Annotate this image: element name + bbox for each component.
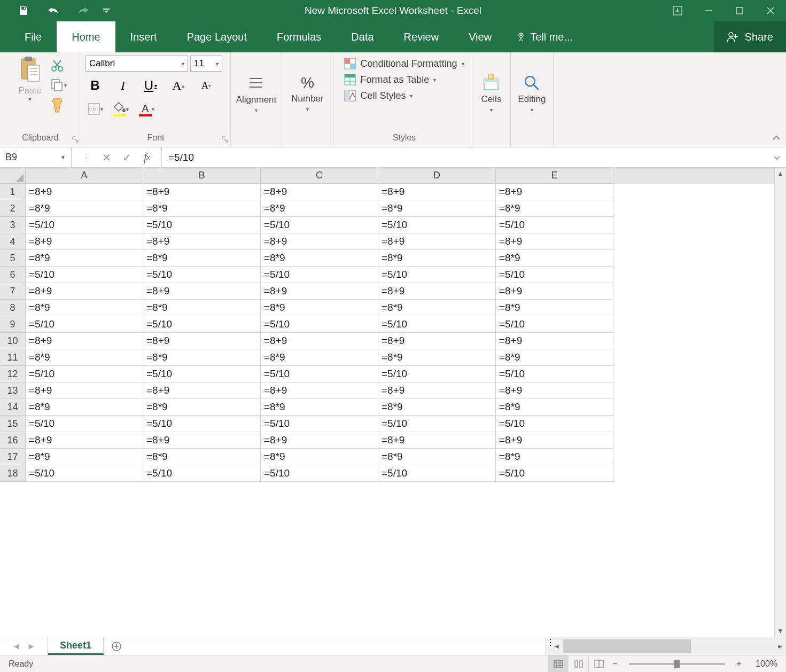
cell-C2[interactable]: =8*9 bbox=[261, 200, 378, 217]
cell-C14[interactable]: =8*9 bbox=[261, 399, 378, 416]
tab-tell-me[interactable]: Tell me... bbox=[507, 21, 582, 52]
cell-E6[interactable]: =5/10 bbox=[496, 267, 613, 283]
save-button[interactable] bbox=[9, 0, 38, 21]
row-header-9[interactable]: 9 bbox=[0, 316, 26, 333]
cell-E3[interactable]: =5/10 bbox=[496, 217, 613, 233]
cell-C15[interactable]: =5/10 bbox=[261, 416, 378, 432]
row-header-10[interactable]: 10 bbox=[0, 333, 26, 349]
cell-D12[interactable]: =5/10 bbox=[378, 366, 496, 382]
cell-E10[interactable]: =8+9 bbox=[496, 333, 613, 349]
cell-D18[interactable]: =5/10 bbox=[378, 465, 496, 482]
cell-E16[interactable]: =8+9 bbox=[496, 432, 613, 449]
cell-C8[interactable]: =8*9 bbox=[261, 300, 378, 316]
cell-C1[interactable]: =8+9 bbox=[261, 184, 378, 200]
row-header-15[interactable]: 15 bbox=[0, 416, 26, 432]
cell-D3[interactable]: =5/10 bbox=[378, 217, 496, 233]
grow-font-button[interactable]: A▴ bbox=[169, 76, 188, 95]
tab-file[interactable]: File bbox=[10, 21, 57, 52]
cell-B12[interactable]: =5/10 bbox=[143, 366, 261, 382]
cell-B11[interactable]: =8*9 bbox=[143, 349, 261, 366]
undo-button[interactable] bbox=[38, 0, 68, 21]
tab-review[interactable]: Review bbox=[389, 21, 454, 52]
redo-button[interactable] bbox=[68, 0, 98, 21]
cell-B2[interactable]: =8*9 bbox=[143, 200, 261, 217]
cell-B3[interactable]: =5/10 bbox=[143, 217, 261, 233]
select-all-button[interactable] bbox=[0, 168, 26, 184]
font-color-button[interactable]: A▾ bbox=[137, 99, 156, 119]
cell-A8[interactable]: =8*9 bbox=[26, 300, 143, 316]
row-header-13[interactable]: 13 bbox=[0, 382, 26, 399]
cell-A5[interactable]: =8*9 bbox=[26, 250, 143, 267]
cell-B4[interactable]: =8+9 bbox=[143, 233, 261, 250]
enter-formula-button[interactable]: ✓ bbox=[116, 147, 137, 167]
cell-B15[interactable]: =5/10 bbox=[143, 416, 261, 432]
vertical-scrollbar[interactable]: ▲ ▼ bbox=[774, 168, 786, 637]
cell-D13[interactable]: =8+9 bbox=[378, 382, 496, 399]
cell-D8[interactable]: =8*9 bbox=[378, 300, 496, 316]
zoom-out-button[interactable]: − bbox=[609, 659, 621, 669]
cell-A10[interactable]: =8+9 bbox=[26, 333, 143, 349]
conditional-formatting-button[interactable]: Conditional Formatting ▾ bbox=[344, 58, 464, 69]
cell-A3[interactable]: =5/10 bbox=[26, 217, 143, 233]
shrink-font-button[interactable]: A▾ bbox=[197, 76, 216, 95]
cell-B9[interactable]: =5/10 bbox=[143, 316, 261, 333]
paste-button[interactable]: Paste ▼ bbox=[13, 56, 47, 102]
cell-D14[interactable]: =8*9 bbox=[378, 399, 496, 416]
row-header-8[interactable]: 8 bbox=[0, 300, 26, 316]
sheet-tab-nav[interactable]: ◄ ► bbox=[0, 637, 48, 655]
zoom-thumb[interactable] bbox=[674, 660, 680, 668]
cell-C3[interactable]: =5/10 bbox=[261, 217, 378, 233]
collapse-ribbon-button[interactable] bbox=[767, 52, 786, 147]
close-button[interactable] bbox=[755, 0, 786, 21]
cell-E1[interactable]: =8+9 bbox=[496, 184, 613, 200]
cell-B8[interactable]: =8*9 bbox=[143, 300, 261, 316]
cell-E4[interactable]: =8+9 bbox=[496, 233, 613, 250]
hscroll-thumb[interactable] bbox=[563, 639, 691, 653]
cell-D15[interactable]: =5/10 bbox=[378, 416, 496, 432]
grid-body[interactable]: 1=8+9=8+9=8+9=8+9=8+92=8*9=8*9=8*9=8*9=8… bbox=[0, 184, 774, 482]
cell-A1[interactable]: =8+9 bbox=[26, 184, 143, 200]
zoom-in-button[interactable]: + bbox=[733, 659, 745, 669]
cell-E18[interactable]: =5/10 bbox=[496, 465, 613, 482]
maximize-button[interactable] bbox=[724, 0, 755, 21]
cell-A2[interactable]: =8*9 bbox=[26, 200, 143, 217]
cell-B14[interactable]: =8*9 bbox=[143, 399, 261, 416]
scroll-left-button[interactable]: ◄ bbox=[551, 637, 563, 655]
cell-C10[interactable]: =8+9 bbox=[261, 333, 378, 349]
cut-button[interactable] bbox=[49, 58, 68, 74]
cell-D2[interactable]: =8*9 bbox=[378, 200, 496, 217]
underline-button[interactable]: U▾ bbox=[141, 76, 160, 95]
tab-data[interactable]: Data bbox=[336, 21, 388, 52]
customize-qat-button[interactable] bbox=[98, 0, 114, 21]
share-button[interactable]: Share bbox=[714, 21, 786, 52]
row-header-14[interactable]: 14 bbox=[0, 399, 26, 416]
expand-formula-bar-button[interactable] bbox=[768, 147, 786, 167]
cell-B17[interactable]: =8*9 bbox=[143, 449, 261, 465]
row-header-3[interactable]: 3 bbox=[0, 217, 26, 233]
cell-B16[interactable]: =8+9 bbox=[143, 432, 261, 449]
cell-C18[interactable]: =5/10 bbox=[261, 465, 378, 482]
row-header-18[interactable]: 18 bbox=[0, 465, 26, 482]
scroll-right-button[interactable]: ► bbox=[774, 637, 786, 655]
row-header-17[interactable]: 17 bbox=[0, 449, 26, 465]
dialog-launcher-icon[interactable] bbox=[222, 136, 228, 143]
cell-E12[interactable]: =5/10 bbox=[496, 366, 613, 382]
view-page-layout-button[interactable] bbox=[568, 655, 588, 673]
row-header-16[interactable]: 16 bbox=[0, 432, 26, 449]
col-header-C[interactable]: C bbox=[261, 168, 378, 184]
hscroll-track[interactable] bbox=[563, 637, 774, 655]
row-header-2[interactable]: 2 bbox=[0, 200, 26, 217]
cell-E15[interactable]: =5/10 bbox=[496, 416, 613, 432]
cell-E7[interactable]: =8+9 bbox=[496, 283, 613, 300]
zoom-level[interactable]: 100% bbox=[745, 659, 777, 669]
format-painter-button[interactable] bbox=[49, 96, 68, 114]
tab-home[interactable]: Home bbox=[57, 21, 115, 52]
next-sheet-icon[interactable]: ► bbox=[27, 642, 36, 651]
col-header-B[interactable]: B bbox=[143, 168, 261, 184]
cell-A14[interactable]: =8*9 bbox=[26, 399, 143, 416]
row-header-7[interactable]: 7 bbox=[0, 283, 26, 300]
cell-B13[interactable]: =8+9 bbox=[143, 382, 261, 399]
ribbon-display-options-button[interactable] bbox=[662, 0, 693, 21]
cell-A17[interactable]: =8*9 bbox=[26, 449, 143, 465]
cell-E5[interactable]: =8*9 bbox=[496, 250, 613, 267]
